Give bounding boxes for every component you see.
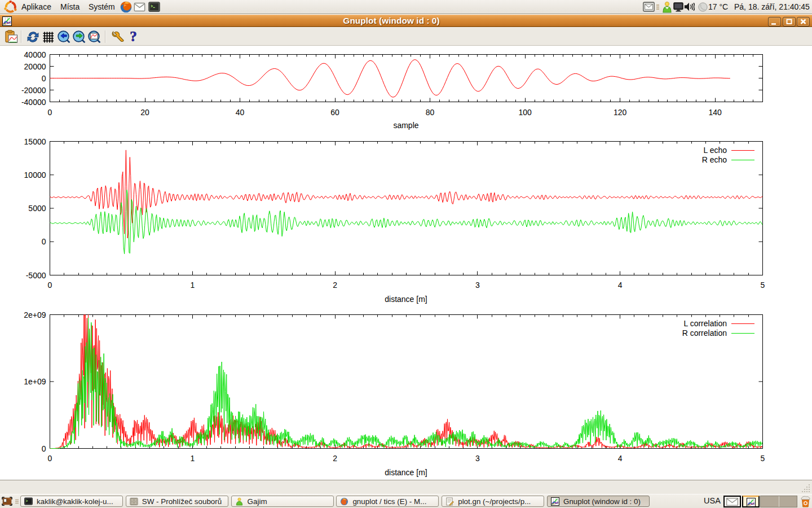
- svg-text:L correlation: L correlation: [683, 319, 727, 328]
- svg-text:60: 60: [330, 108, 339, 117]
- svg-text:40000: 40000: [24, 50, 46, 59]
- svg-text:4: 4: [618, 281, 623, 290]
- svg-text:1: 1: [190, 281, 195, 290]
- svg-text:80: 80: [426, 108, 435, 117]
- svg-text:1: 1: [190, 454, 195, 463]
- svg-text:3: 3: [475, 281, 480, 290]
- svg-text:0: 0: [42, 237, 46, 246]
- svg-text:2: 2: [333, 454, 337, 463]
- svg-text:0: 0: [48, 281, 52, 290]
- svg-text:100: 100: [519, 108, 532, 117]
- svg-text:3: 3: [475, 454, 480, 463]
- svg-text:-20000: -20000: [21, 86, 46, 95]
- svg-text:4: 4: [618, 454, 623, 463]
- svg-text:5: 5: [761, 281, 765, 290]
- svg-text:0: 0: [42, 74, 46, 83]
- svg-text:10000: 10000: [24, 170, 46, 179]
- svg-text:R echo: R echo: [702, 155, 727, 164]
- svg-text:0: 0: [48, 454, 52, 463]
- svg-text:0: 0: [48, 108, 52, 117]
- svg-text:L echo: L echo: [703, 146, 727, 155]
- svg-text:0: 0: [42, 444, 46, 453]
- svg-text:-5000: -5000: [26, 271, 46, 280]
- svg-text:2e+09: 2e+09: [24, 310, 46, 319]
- svg-text:sample: sample: [393, 121, 418, 130]
- svg-text:5: 5: [761, 454, 765, 463]
- svg-text:20000: 20000: [24, 62, 46, 71]
- svg-text:distance [m]: distance [m]: [385, 295, 427, 304]
- svg-text:40: 40: [236, 108, 245, 117]
- svg-text:140: 140: [709, 108, 722, 117]
- svg-text:R correlation: R correlation: [682, 329, 727, 338]
- svg-text:-40000: -40000: [21, 98, 46, 107]
- svg-text:5000: 5000: [28, 204, 46, 213]
- svg-text:?: ?: [130, 30, 137, 44]
- svg-text:2: 2: [333, 281, 337, 290]
- svg-text:20: 20: [140, 108, 149, 117]
- svg-text:1e+09: 1e+09: [24, 377, 46, 386]
- svg-text:120: 120: [614, 108, 627, 117]
- svg-text:15000: 15000: [24, 137, 46, 146]
- svg-text:distance [m]: distance [m]: [385, 468, 427, 477]
